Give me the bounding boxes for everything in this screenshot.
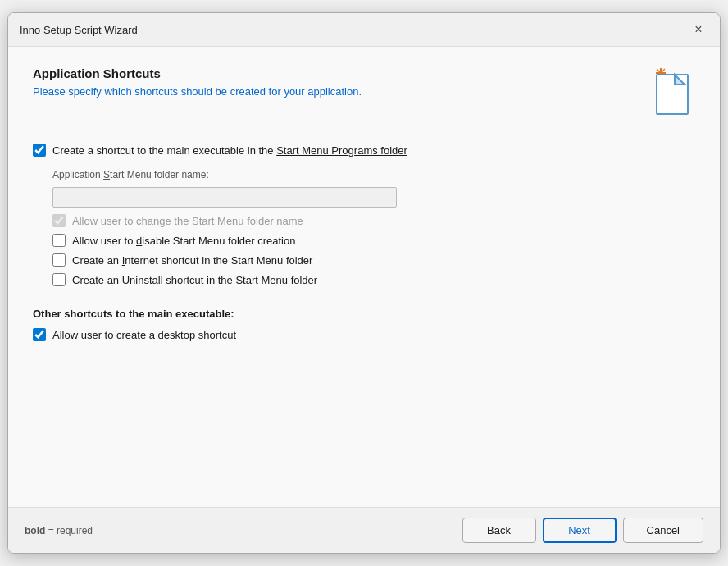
footer-hint: bold = required (25, 525, 93, 536)
internet-shortcut-checkbox[interactable] (52, 253, 66, 267)
footer: bold = required Back Next Cancel (8, 507, 720, 553)
cancel-button[interactable]: Cancel (623, 518, 703, 543)
main-shortcut-checkbox[interactable] (33, 144, 46, 157)
change-folder-name-label: Allow user to change the Start Menu fold… (72, 215, 303, 227)
header-text: Application Shortcuts Please specify whi… (33, 66, 638, 98)
folder-name-input[interactable]: UartTools (52, 187, 397, 208)
disable-folder-creation-checkbox[interactable] (52, 234, 66, 247)
uninstall-shortcut-label: Create an Uninstall shortcut in the Star… (72, 274, 317, 286)
header-row: Application Shortcuts Please specify whi… (33, 66, 695, 124)
disable-folder-creation-label: Allow user to disable Start Menu folder … (72, 235, 295, 247)
start-menu-underline: Start Menu Programs folder (276, 144, 407, 157)
folder-name-label: Application Start Menu folder name: (52, 168, 695, 180)
desktop-shortcut-label: Allow user to create a desktop shortcut (52, 329, 236, 341)
dialog-title: Inno Setup Script Wizard (20, 24, 138, 36)
back-button[interactable]: Back (462, 518, 536, 543)
change-folder-name-checkbox[interactable] (52, 214, 66, 227)
change-folder-name-row: Allow user to change the Start Menu fold… (52, 214, 695, 227)
header-subtitle: Please specify which shortcuts should be… (33, 85, 638, 98)
title-bar: Inno Setup Script Wizard × (8, 13, 720, 47)
other-shortcuts-label: Other shortcuts to the main executable: (33, 308, 695, 320)
main-shortcut-checkbox-row: Create a shortcut to the main executable… (33, 144, 695, 157)
footer-buttons: Back Next Cancel (462, 518, 703, 543)
uninstall-shortcut-row: Create an Uninstall shortcut in the Star… (52, 273, 695, 286)
desktop-shortcut-row: Allow user to create a desktop shortcut (33, 328, 695, 341)
form-section: Create a shortcut to the main executable… (33, 144, 695, 341)
close-button[interactable]: × (689, 20, 708, 39)
svg-rect-8 (657, 75, 688, 114)
bold-text: bold (25, 525, 45, 536)
desktop-shortcut-checkbox[interactable] (33, 328, 46, 341)
required-text: = required (45, 525, 93, 536)
uninstall-shortcut-checkbox[interactable] (52, 273, 66, 286)
internet-shortcut-label: Create an Internet shortcut in the Start… (72, 254, 312, 267)
disable-folder-creation-row: Allow user to disable Start Menu folder … (52, 234, 695, 247)
indent-section: Application Start Menu folder name: Uart… (52, 168, 695, 286)
next-button[interactable]: Next (543, 518, 617, 543)
dialog-content: Application Shortcuts Please specify whi… (8, 47, 720, 507)
header-title: Application Shortcuts (33, 66, 638, 80)
main-shortcut-label[interactable]: Create a shortcut to the main executable… (52, 144, 407, 157)
dialog-window: Inno Setup Script Wizard × Application S… (7, 12, 721, 554)
wizard-icon (638, 66, 695, 124)
internet-shortcut-row: Create an Internet shortcut in the Start… (52, 253, 695, 267)
